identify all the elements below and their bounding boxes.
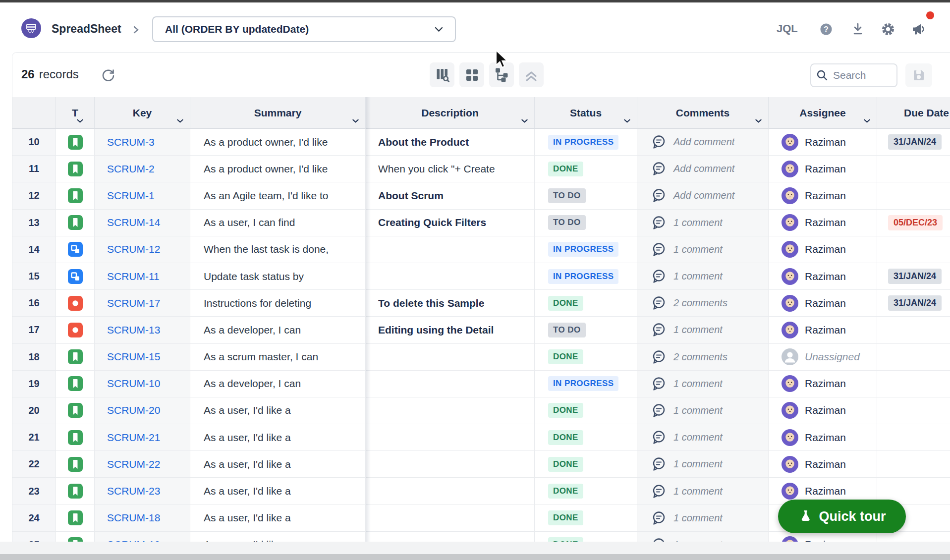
status-cell[interactable]: DONE: [535, 505, 637, 532]
due-date-cell[interactable]: 31/JAN/24: [877, 290, 950, 317]
column-header-description[interactable]: Description: [366, 97, 535, 129]
summary-cell[interactable]: As a user, I'd like a: [190, 397, 366, 424]
help-icon[interactable]: ?: [818, 21, 835, 38]
announcements-megaphone-icon[interactable]: [910, 21, 927, 38]
column-header-assignee[interactable]: Assignee: [769, 97, 877, 129]
status-cell[interactable]: DONE: [535, 532, 637, 542]
issue-type-cell[interactable]: [56, 371, 95, 397]
row-number[interactable]: 12: [12, 182, 56, 209]
row-number[interactable]: 21: [12, 424, 56, 451]
status-cell[interactable]: DONE: [535, 478, 637, 504]
issue-type-cell[interactable]: [56, 263, 95, 290]
issue-type-cell[interactable]: [56, 505, 95, 532]
issue-key-link[interactable]: SCRUM-13: [95, 317, 190, 343]
summary-cell[interactable]: As a user, I'd like a: [190, 505, 366, 532]
comments-cell[interactable]: 1 comment: [637, 451, 769, 478]
row-number[interactable]: 20: [12, 397, 56, 424]
summary-cell[interactable]: As an Agile team, I'd like to: [190, 182, 366, 209]
horizontal-scrollbar[interactable]: [0, 554, 950, 560]
comments-cell[interactable]: 1 comment: [637, 236, 769, 263]
row-number[interactable]: 24: [12, 505, 56, 532]
description-cell[interactable]: [366, 478, 535, 504]
row-number[interactable]: 10: [12, 129, 56, 156]
due-date-cell[interactable]: [877, 371, 950, 397]
issue-type-cell[interactable]: [56, 451, 95, 478]
comments-cell[interactable]: Add comment: [637, 156, 769, 182]
issue-key-link[interactable]: SCRUM-19: [95, 532, 190, 542]
assignee-cell[interactable]: Raziman: [769, 317, 877, 343]
search-input[interactable]: [832, 69, 891, 82]
row-number[interactable]: 13: [12, 210, 56, 236]
issue-type-cell[interactable]: [56, 478, 95, 504]
description-cell[interactable]: [366, 451, 535, 478]
description-cell[interactable]: About the Product: [366, 129, 535, 156]
status-cell[interactable]: TO DO: [535, 182, 637, 209]
comments-cell[interactable]: 1 comment: [637, 478, 769, 504]
row-number[interactable]: 23: [12, 478, 56, 504]
row-number[interactable]: 18: [12, 344, 56, 371]
status-cell[interactable]: DONE: [535, 397, 637, 424]
column-settings-button[interactable]: [430, 62, 454, 87]
summary-cell[interactable]: As a developer, I can: [190, 317, 366, 343]
status-cell[interactable]: IN PROGRESS: [535, 129, 637, 156]
due-date-cell[interactable]: 31/JAN/24: [877, 263, 950, 290]
due-date-cell[interactable]: [877, 182, 950, 209]
column-header-due-date[interactable]: Due Date: [877, 97, 950, 129]
comments-cell[interactable]: 1 comment: [637, 424, 769, 451]
issue-key-link[interactable]: SCRUM-22: [95, 451, 190, 478]
hierarchy-view-button[interactable]: [489, 62, 514, 87]
summary-cell[interactable]: As a scrum master, I can: [190, 344, 366, 371]
status-cell[interactable]: DONE: [535, 451, 637, 478]
issue-type-cell[interactable]: [56, 397, 95, 424]
issue-key-link[interactable]: SCRUM-11: [95, 263, 190, 290]
issue-key-link[interactable]: SCRUM-10: [95, 371, 190, 397]
download-icon[interactable]: [849, 21, 866, 38]
row-number[interactable]: 25: [12, 532, 56, 542]
refresh-icon[interactable]: [100, 67, 116, 84]
status-cell[interactable]: IN PROGRESS: [535, 263, 637, 290]
summary-cell[interactable]: As a user, I'd like a: [190, 478, 366, 504]
description-cell[interactable]: [366, 424, 535, 451]
assignee-cell[interactable]: Raziman: [769, 182, 877, 209]
issue-type-cell[interactable]: [56, 317, 95, 343]
comments-cell[interactable]: 1 comment: [637, 397, 769, 424]
status-cell[interactable]: TO DO: [535, 317, 637, 343]
summary-cell[interactable]: As a user, I'd like a: [190, 532, 366, 542]
description-cell[interactable]: When you click "+ Create: [366, 156, 535, 182]
assignee-cell[interactable]: Raziman: [769, 290, 877, 317]
comments-cell[interactable]: Add comment: [637, 182, 769, 209]
description-cell[interactable]: [366, 344, 535, 371]
issue-type-cell[interactable]: [56, 290, 95, 317]
status-cell[interactable]: DONE: [535, 156, 637, 182]
issue-key-link[interactable]: SCRUM-15: [95, 344, 190, 371]
due-date-cell[interactable]: [877, 397, 950, 424]
description-cell[interactable]: [366, 397, 535, 424]
comments-cell[interactable]: 1 comment: [637, 371, 769, 397]
row-number[interactable]: 16: [12, 290, 56, 317]
column-header-comments[interactable]: Comments: [637, 97, 769, 129]
status-cell[interactable]: IN PROGRESS: [535, 236, 637, 263]
row-number[interactable]: 19: [12, 371, 56, 397]
comments-cell[interactable]: 2 comments: [637, 344, 769, 371]
comments-cell[interactable]: Add comment: [637, 129, 769, 156]
summary-cell[interactable]: As a product owner, I'd like: [190, 156, 366, 182]
issue-key-link[interactable]: SCRUM-21: [95, 424, 190, 451]
issue-type-cell[interactable]: [56, 129, 95, 156]
assignee-cell[interactable]: Raziman: [769, 451, 877, 478]
due-date-cell[interactable]: 05/DEC/23: [877, 210, 950, 236]
assignee-cell[interactable]: Raziman: [769, 424, 877, 451]
issue-key-link[interactable]: SCRUM-2: [95, 156, 190, 182]
comments-cell[interactable]: 1 comment: [637, 532, 769, 542]
comments-cell[interactable]: 1 comment: [637, 263, 769, 290]
issue-key-link[interactable]: SCRUM-17: [95, 290, 190, 317]
row-number[interactable]: 15: [12, 263, 56, 290]
issue-type-cell[interactable]: [56, 156, 95, 182]
due-date-cell[interactable]: [877, 451, 950, 478]
settings-gear-icon[interactable]: [880, 21, 896, 38]
comments-cell[interactable]: 1 comment: [637, 505, 769, 532]
status-cell[interactable]: DONE: [535, 290, 637, 317]
assignee-cell[interactable]: Raziman: [769, 397, 877, 424]
description-cell[interactable]: About Scrum: [366, 182, 535, 209]
jql-button[interactable]: JQL: [777, 22, 798, 35]
issue-type-cell[interactable]: [56, 236, 95, 263]
